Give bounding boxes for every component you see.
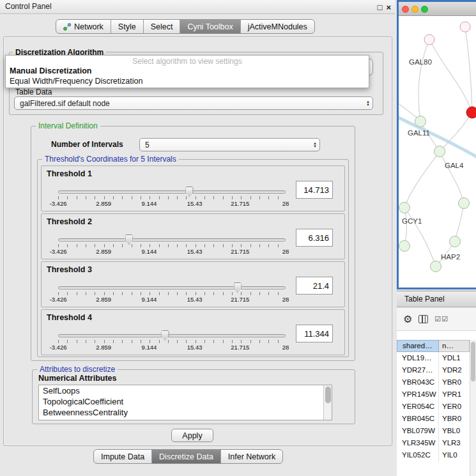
cell: YBR0 <box>439 413 470 425</box>
threshold-4-panel: Threshold 4 -3.426 2.859 9.144 15.43 21.… <box>41 309 345 355</box>
threshold-1-value[interactable]: 14.713 <box>296 181 333 199</box>
threshold-3-value[interactable]: 21.4 <box>296 277 333 295</box>
scrollbar-thumb[interactable] <box>325 387 331 403</box>
node[interactable] <box>460 22 470 32</box>
cell: YDR27… <box>397 364 439 376</box>
zoom-traffic-light-icon[interactable] <box>421 6 428 13</box>
network-canvas[interactable]: GAL80 GAL11 GAL4 GCY1 HAP2 <box>399 16 476 288</box>
list-item[interactable]: SelfLoops <box>39 385 332 396</box>
threshold-4-slider[interactable] <box>58 334 286 337</box>
minimize-traffic-light-icon[interactable] <box>411 6 418 13</box>
select-rows-icons[interactable]: ☑☑ <box>434 315 449 323</box>
threshold-3-label: Threshold 3 <box>47 265 92 274</box>
algorithm-hint: Select algorithm to view settings <box>6 57 369 66</box>
table-scrollbar[interactable] <box>470 340 476 476</box>
list-scrollbar[interactable] <box>323 385 332 420</box>
column-header-name[interactable]: n… <box>439 340 470 352</box>
threshold-2-slider-thumb[interactable] <box>125 234 133 245</box>
table-panel-header: Table Panel <box>397 291 476 307</box>
tab-discretize-data[interactable]: Discretize Data <box>151 450 220 463</box>
control-panel-title: Control Panel <box>5 2 52 11</box>
node[interactable] <box>399 203 410 213</box>
table-row[interactable]: YER054CYER0 <box>397 401 470 413</box>
threshold-2-slider[interactable] <box>58 238 286 242</box>
node[interactable] <box>434 146 445 157</box>
algorithm-option-equal-width[interactable]: Equal Width/Frequency Discretization <box>6 76 369 86</box>
table-row[interactable]: YIL052CYIL0 <box>397 449 470 461</box>
tab-style[interactable]: Style <box>111 20 143 33</box>
node-table: shared… n… YDL19…YDL1 YDR27…YDR2 YBR043C… <box>397 331 476 476</box>
interval-definition-title: Interval Definition <box>36 121 100 130</box>
table-row[interactable]: YBR043CYBR0 <box>397 376 470 388</box>
threshold-1-label: Threshold 1 <box>47 169 92 178</box>
slider-scale: -3.426 2.859 9.144 15.43 21.715 28 <box>58 344 286 351</box>
slider-scale: -3.426 2.859 9.144 15.43 21.715 28 <box>58 296 286 303</box>
tab-network[interactable]: Network <box>56 20 111 33</box>
network-view-frame: GAL80 GAL11 GAL4 GCY1 HAP2 <box>397 0 476 289</box>
table-row[interactable]: YDL19…YDL1 <box>397 352 470 364</box>
threshold-1-slider-thumb[interactable] <box>185 187 194 197</box>
number-of-intervals-combobox[interactable]: 5 ▲▼ <box>139 138 320 151</box>
cell: YDR2 <box>439 364 470 376</box>
close-icon[interactable]: × <box>386 1 391 14</box>
cyni-bottom-tabbar: Impute Data Discretize Data Infer Networ… <box>93 449 283 464</box>
slider-scale: -3.426 2.859 9.144 15.43 21.715 28 <box>58 248 286 256</box>
control-panel-tabbar: Network Style Select Cyni Toolbox jActiv… <box>56 19 315 34</box>
cell: YLR345W <box>397 437 439 449</box>
close-traffic-light-icon[interactable] <box>402 6 409 13</box>
threshold-1-slider[interactable] <box>58 190 286 194</box>
threshold-3-slider[interactable] <box>58 286 286 289</box>
slider-ticks <box>58 196 286 199</box>
node[interactable] <box>450 236 461 247</box>
numerical-attributes-list[interactable]: SelfLoops TopologicalCoefficient Between… <box>38 385 332 420</box>
cell: YER054C <box>397 401 439 413</box>
cell: YIL052C <box>397 449 439 461</box>
threshold-3-panel: Threshold 3 -3.426 2.859 9.144 15.43 21.… <box>41 261 345 307</box>
cell: YBL079W <box>397 425 439 437</box>
table-row[interactable]: YDR27…YDR2 <box>397 364 470 376</box>
threshold-2-label: Threshold 2 <box>47 217 92 226</box>
numerical-attributes-label: Numerical Attributes <box>38 374 116 383</box>
list-item[interactable]: TopologicalCoefficient <box>39 396 332 407</box>
column-header-shared-name[interactable]: shared… <box>397 340 439 352</box>
node[interactable] <box>415 116 426 127</box>
table-panel-title: Table Panel <box>404 295 445 303</box>
cell: YDL19… <box>397 352 439 364</box>
apply-button[interactable]: Apply <box>171 429 213 442</box>
tab-select[interactable]: Select <box>143 20 180 33</box>
selected-node[interactable] <box>466 107 476 118</box>
slider-ticks <box>58 292 286 295</box>
node[interactable] <box>399 241 410 252</box>
table-row[interactable]: YBL079WYBL0 <box>397 425 470 437</box>
gear-icon[interactable]: ⚙ <box>403 313 412 325</box>
algorithm-dropdown-popup: Select algorithm to view settings Manual… <box>5 55 369 88</box>
tab-impute-data[interactable]: Impute Data <box>94 450 151 463</box>
slider-ticks <box>58 340 286 343</box>
node[interactable] <box>431 261 441 272</box>
node[interactable] <box>424 35 434 45</box>
threshold-4-slider-thumb[interactable] <box>161 330 169 341</box>
table-row[interactable]: YPR145WYPR1 <box>397 388 470 401</box>
threshold-3-slider-thumb[interactable] <box>233 282 242 293</box>
node[interactable] <box>459 198 470 209</box>
table-row[interactable]: YLR345WYLR3 <box>397 437 470 449</box>
threshold-2-value[interactable]: 6.316 <box>296 229 333 247</box>
tab-cyni-toolbox[interactable]: Cyni Toolbox <box>180 20 240 33</box>
table-data-combobox[interactable]: galFiltered.sif default node ▲▼ <box>14 96 373 110</box>
float-window-icon[interactable]: □ <box>378 1 383 14</box>
node-label: GAL80 <box>409 58 432 66</box>
scrollbar-thumb[interactable] <box>471 342 475 381</box>
list-item[interactable]: BetweennessCentrality <box>39 407 332 418</box>
number-of-intervals-label: Number of Intervals <box>51 140 123 149</box>
tab-infer-network[interactable]: Infer Network <box>220 450 282 463</box>
threshold-4-value[interactable]: 11.344 <box>296 325 333 342</box>
network-window-titlebar[interactable] <box>399 2 476 16</box>
node-label: GAL11 <box>408 129 430 137</box>
threshold-1-panel: Threshold 1 -3.426 2.859 9.144 15.43 21.… <box>41 165 345 211</box>
table-row[interactable]: YBR045CYBR0 <box>397 413 470 425</box>
algorithm-option-manual[interactable]: Manual Discretization <box>6 66 369 76</box>
tab-jactivemnodules[interactable]: jActiveMNodules <box>240 20 314 33</box>
control-panel-titlebar: Control Panel □ × <box>0 0 395 14</box>
columns-icon[interactable] <box>418 315 428 323</box>
table-data-label: Table Data <box>15 88 52 96</box>
